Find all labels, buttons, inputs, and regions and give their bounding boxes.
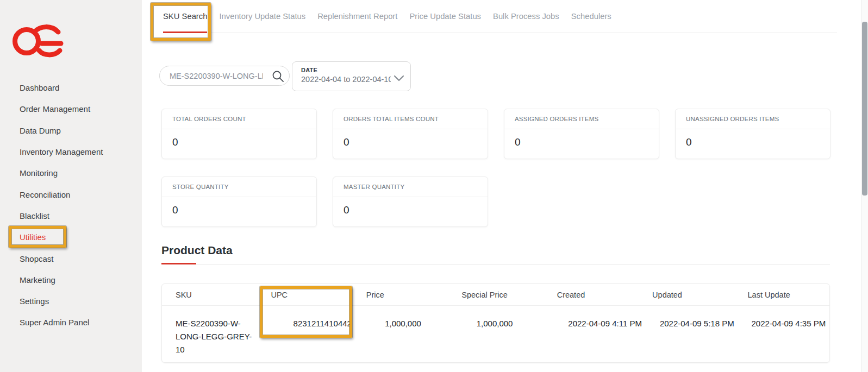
stat-card-label: ORDERS TOTAL ITEMS COUNT [333,109,488,129]
sidebar-item-inventory-management[interactable]: Inventory Management [0,141,142,162]
cell-updated: 2022-04-09 5:18 PM [646,317,738,356]
cell-created: 2022-04-09 4:11 PM [554,317,646,356]
cell-sku: ME-S2200390-W-LONG-LEGG-GREY-10 [162,317,280,356]
sidebar-nav: Dashboard Order Management Data Dump Inv… [0,77,142,333]
logo-top-arc [34,27,58,32]
stat-card-unassigned-orders-items: UNASSIGNED ORDERS ITEMS 0 [675,109,830,159]
column-header-updated: Updated [639,291,734,299]
sidebar-item-reconciliation[interactable]: Reconciliation [0,184,142,205]
cell-last-update: 2022-04-09 4:35 PM [738,317,829,356]
main-content: SKU Search Inventory Update Status Reple… [142,0,861,372]
section-title-product-data: Product Data [161,244,233,257]
sidebar-item-utilities[interactable]: Utilities [0,226,142,248]
sidebar-item-order-management[interactable]: Order Management [0,98,142,119]
sidebar: Dashboard Order Management Data Dump Inv… [0,0,142,372]
stat-card-label: ASSIGNED ORDERS ITEMS [504,109,659,129]
stat-card-value: 0 [162,197,316,216]
tab-bar: SKU Search Inventory Update Status Reple… [163,0,837,33]
column-header-last-update: Last Update [734,291,829,299]
section-divider [161,264,830,264]
scrollbar-thumb[interactable] [862,22,867,196]
chevron-down-icon [394,74,404,80]
sidebar-item-data-dump[interactable]: Data Dump [0,120,142,141]
column-header-created: Created [544,291,639,299]
stat-card-value: 0 [333,129,488,148]
stat-card-label: MASTER QUANTITY [333,177,488,197]
column-header-special-price: Special Price [448,291,543,299]
tab-bulk-process-jobs[interactable]: Bulk Process Jobs [493,0,559,33]
sku-search-input[interactable] [160,72,263,80]
stat-card-total-orders-count: TOTAL ORDERS COUNT 0 [161,109,317,159]
product-data-table: SKU UPC Price Special Price Created Upda… [161,283,830,363]
sidebar-item-dashboard[interactable]: Dashboard [0,77,142,98]
stat-card-orders-total-items-count: ORDERS TOTAL ITEMS COUNT 0 [333,109,488,159]
logo-bottom-arc [39,51,60,55]
sku-search-field [159,66,290,86]
sidebar-item-monitoring[interactable]: Monitoring [0,162,142,184]
date-filter-dropdown[interactable]: DATE 2022-04-04 to 2022-04-10 [292,61,411,91]
table-header-row: SKU UPC Price Special Price Created Upda… [162,284,829,306]
tab-inventory-update-status[interactable]: Inventory Update Status [219,0,305,33]
cell-special-price: 1,000,000 [463,317,555,356]
tab-price-update-status[interactable]: Price Update Status [409,0,481,33]
search-icon[interactable] [272,70,284,83]
date-filter-value: 2022-04-04 to 2022-04-10 [301,75,391,84]
tab-schedulers[interactable]: Schedulers [571,0,611,33]
column-header-upc: UPC [257,291,352,299]
stat-card-store-quantity: STORE QUANTITY 0 [161,176,317,227]
stat-card-assigned-orders-items: ASSIGNED ORDERS ITEMS 0 [504,109,659,159]
sidebar-item-settings[interactable]: Settings [0,291,142,312]
tab-sku-search[interactable]: SKU Search [163,0,207,33]
stat-card-label: STORE QUANTITY [162,177,316,197]
column-header-price: Price [353,291,448,299]
cell-upc: 8231211410442 [280,317,372,356]
tab-replenishment-report[interactable]: Replenishment Report [317,0,397,33]
column-header-sku: SKU [162,291,257,299]
stat-card-master-quantity: MASTER QUANTITY 0 [333,176,488,227]
sidebar-item-marketing[interactable]: Marketing [0,269,142,291]
date-filter-label: DATE [301,67,391,73]
stat-card-value: 0 [333,197,488,216]
table-row: ME-S2200390-W-LONG-LEGG-GREY-10 82312114… [162,306,829,356]
stat-card-value: 0 [504,129,659,148]
stat-card-value: 0 [676,129,830,148]
stat-card-label: TOTAL ORDERS COUNT [162,109,316,129]
sidebar-item-blacklist[interactable]: Blacklist [0,205,142,226]
oe-logo [9,23,64,58]
app-window: Dashboard Order Management Data Dump Inv… [0,0,868,372]
section-divider-accent [161,263,196,264]
stat-card-value: 0 [162,129,316,148]
sidebar-item-shopcast[interactable]: Shopcast [0,248,142,269]
vertical-scrollbar [861,0,868,372]
sidebar-item-super-admin-panel[interactable]: Super Admin Panel [0,312,142,333]
cell-price: 1,000,000 [371,317,463,356]
stat-card-label: UNASSIGNED ORDERS ITEMS [676,109,830,129]
